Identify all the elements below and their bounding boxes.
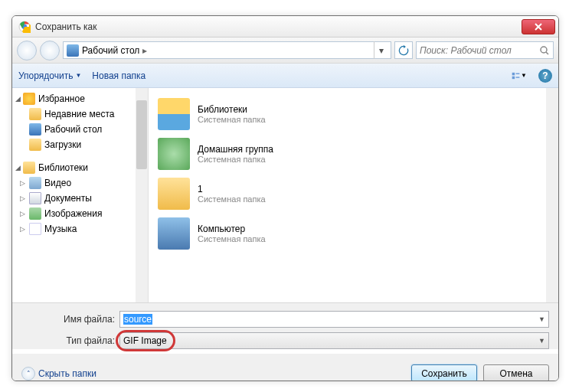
libraries-icon	[158, 98, 190, 130]
filename-label: Имя файла:	[21, 314, 119, 325]
breadcrumb-dropdown[interactable]: ▾	[374, 41, 388, 59]
svg-point-2	[541, 47, 547, 53]
computer-icon	[158, 217, 190, 250]
breadcrumb-location: Рабочий стол	[82, 45, 139, 56]
body-area: ◢ Избранное Недавние места Рабочий стол …	[12, 88, 558, 302]
document-icon	[29, 192, 41, 204]
bottom-panel: Имя файла: source ▼ Тип файла: GIF Image…	[12, 302, 558, 349]
expand-icon[interactable]: ▷	[20, 225, 29, 233]
expand-icon[interactable]: ▷	[20, 179, 29, 187]
desktop-icon	[29, 123, 41, 136]
view-button[interactable]: ▼	[511, 67, 528, 84]
hide-folders-button[interactable]: ˄ Скрыть папки	[21, 367, 96, 381]
nav-bar: Рабочий стол ▸ ▾	[12, 38, 558, 64]
tree-recent-places[interactable]: Недавние места	[12, 106, 148, 122]
action-row: ˄ Скрыть папки Сохранить Отмена	[12, 354, 558, 381]
chevron-right-icon: ▸	[142, 45, 147, 56]
downloads-icon	[29, 139, 41, 151]
item-user[interactable]: 1 Системная папка	[152, 174, 555, 214]
tree-pictures[interactable]: ▷ Изображения	[12, 206, 148, 221]
homegroup-icon	[158, 138, 190, 170]
picture-icon	[29, 207, 41, 220]
back-button[interactable]	[17, 41, 37, 60]
svg-rect-4	[512, 76, 515, 78]
user-folder-icon	[158, 178, 190, 210]
organize-button[interactable]: Упорядочить▼	[18, 70, 81, 81]
filetype-value: GIF Image	[123, 335, 167, 346]
desktop-icon	[67, 44, 79, 57]
save-button[interactable]: Сохранить	[411, 364, 477, 381]
breadcrumb[interactable]: Рабочий стол ▸ ▾	[63, 41, 391, 59]
content-scrollbar[interactable]	[546, 88, 558, 302]
tree-videos[interactable]: ▷ Видео	[12, 175, 148, 191]
navigation-pane: ◢ Избранное Недавние места Рабочий стол …	[12, 88, 149, 302]
music-icon	[29, 223, 41, 235]
close-button[interactable]	[522, 19, 555, 34]
chrome-icon	[18, 21, 31, 33]
star-icon	[23, 93, 35, 105]
chevron-down-icon[interactable]: ▼	[538, 315, 545, 323]
filetype-combo[interactable]: GIF Image ▼	[119, 332, 549, 349]
video-icon	[29, 177, 41, 189]
collapse-icon[interactable]: ◢	[15, 95, 23, 103]
help-button[interactable]: ?	[538, 69, 552, 83]
tree-downloads[interactable]: Загрузки	[12, 137, 148, 152]
tree-favorites[interactable]: ◢ Избранное	[12, 91, 148, 106]
svg-rect-3	[512, 72, 515, 74]
expand-icon[interactable]: ▷	[20, 210, 29, 217]
search-input[interactable]	[420, 45, 539, 56]
tree-music[interactable]: ▷ Музыка	[12, 221, 148, 237]
forward-button[interactable]	[40, 41, 60, 60]
search-icon	[539, 45, 550, 56]
item-homegroup[interactable]: Домашняя группа Системная папка	[152, 134, 555, 174]
filetype-label: Тип файла:	[21, 335, 119, 346]
window-title: Сохранить как	[35, 21, 522, 32]
svg-rect-5	[516, 73, 520, 74]
save-as-dialog: Сохранить как Рабочий стол ▸ ▾ Упорядочи…	[11, 15, 559, 381]
new-folder-button[interactable]: Новая папка	[92, 70, 146, 81]
filename-input[interactable]: source ▼	[119, 311, 549, 328]
item-libraries[interactable]: Библиотеки Системная папка	[152, 94, 555, 134]
search-box[interactable]	[416, 41, 554, 59]
expand-icon[interactable]: ▷	[20, 194, 29, 202]
libraries-icon	[23, 162, 35, 174]
collapse-icon[interactable]: ◢	[15, 164, 23, 172]
cancel-button[interactable]: Отмена	[483, 364, 549, 381]
filename-value: source	[123, 314, 152, 325]
toolbar: Упорядочить▼ Новая папка ▼ ?	[12, 64, 558, 88]
svg-rect-6	[516, 77, 520, 77]
item-computer[interactable]: Компьютер Системная папка	[152, 214, 555, 253]
titlebar[interactable]: Сохранить как	[12, 16, 558, 38]
refresh-button[interactable]	[394, 41, 413, 59]
nav-scrollbar[interactable]	[136, 88, 148, 302]
tree-libraries[interactable]: ◢ Библиотеки	[12, 160, 148, 175]
tree-desktop[interactable]: Рабочий стол	[12, 122, 148, 137]
recent-icon	[29, 108, 41, 120]
chevron-down-icon[interactable]: ▼	[538, 337, 545, 345]
content-pane[interactable]: Библиотеки Системная папка Домашняя груп…	[149, 88, 558, 302]
tree-documents[interactable]: ▷ Документы	[12, 191, 148, 206]
chevron-up-icon: ˄	[21, 367, 35, 381]
